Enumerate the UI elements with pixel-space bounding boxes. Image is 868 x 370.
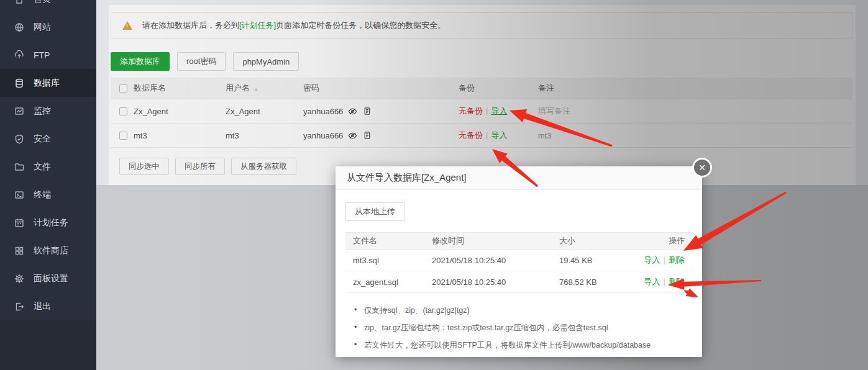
sidebar-item-database[interactable]: 数据库 bbox=[0, 69, 96, 97]
sidebar-item-label: 网站 bbox=[34, 22, 51, 33]
file-delete-link[interactable]: 删除 bbox=[669, 255, 685, 264]
sidebar-item-cron[interactable]: 计划任务 bbox=[0, 209, 96, 237]
sidebar-item-security[interactable]: 安全 bbox=[0, 125, 96, 153]
col-username: 用户名▲ bbox=[226, 83, 303, 94]
sidebar-item-website[interactable]: 网站 bbox=[0, 13, 96, 41]
backup-cell: 无备份|导入 bbox=[459, 130, 538, 141]
cron-page-link[interactable]: [计划任务] bbox=[239, 20, 276, 31]
col-mtime: 修改时间 bbox=[432, 235, 559, 246]
row-checkbox[interactable] bbox=[119, 107, 127, 115]
modal-body: 从本地上传 文件名 修改时间 大小 操作 mt3.sql 2021/05/18 … bbox=[336, 190, 702, 351]
file-name: zx_agent.sql bbox=[345, 278, 432, 287]
table-row: mt3 mt3 yanhua666 无备份|导入 mt3 bbox=[111, 124, 852, 148]
sidebar-item-terminal[interactable]: 终端 bbox=[0, 181, 96, 209]
note-line: 仅支持sql、zip、(tar.gz|gz|tgz) bbox=[354, 305, 692, 316]
note-placeholder[interactable]: 填写备注 bbox=[538, 106, 852, 117]
sidebar-lower-area bbox=[0, 320, 96, 370]
note-line: 若文件过大，您还可以使用SFTP工具，将数据库文件上传到/www/backup/… bbox=[354, 340, 692, 351]
sidebar-item-logout[interactable]: 退出 bbox=[0, 292, 96, 320]
upload-local-button[interactable]: 从本地上传 bbox=[345, 202, 404, 221]
add-database-button[interactable]: 添加数据库 bbox=[111, 52, 170, 71]
warning-icon bbox=[122, 21, 132, 30]
db-name: mt3 bbox=[134, 131, 226, 140]
table-header-row: 数据库名 用户名▲ 密码 备份 备注 bbox=[111, 78, 852, 99]
backup-warning-banner: 请在添加数据库后，务必到[计划任务]页面添加定时备份任务，以确保您的数据安全。 bbox=[111, 12, 852, 38]
file-row: zx_agent.sql 2021/05/18 10:25:40 768.52 … bbox=[345, 271, 692, 293]
copy-icon[interactable] bbox=[362, 131, 372, 140]
eye-icon[interactable] bbox=[348, 131, 357, 140]
import-notes: 仅支持sql、zip、(tar.gz|gz|tgz) zip、tar.gz压缩包… bbox=[354, 305, 692, 351]
close-icon[interactable]: ✕ bbox=[692, 158, 712, 178]
sidebar-item-label: 监控 bbox=[34, 106, 51, 117]
store-icon bbox=[14, 245, 24, 256]
logout-icon bbox=[14, 301, 24, 312]
select-all-checkbox[interactable] bbox=[119, 84, 127, 92]
file-size: 19.45 KB bbox=[559, 256, 628, 265]
fetch-from-server-button[interactable]: 从服务器获取 bbox=[231, 158, 296, 175]
db-password: yanhua666 bbox=[303, 107, 343, 116]
sidebar-item-label: 首页 bbox=[34, 0, 51, 5]
globe-icon bbox=[14, 22, 24, 32]
database-panel: 请在添加数据库后，务必到[计划任务]页面添加定时备份任务，以确保您的数据安全。 … bbox=[109, 5, 856, 185]
sidebar-item-label: FTP bbox=[34, 50, 50, 60]
sidebar-item-label: 退出 bbox=[34, 301, 51, 312]
modal-title: 从文件导入数据库[Zx_Agent] bbox=[347, 172, 467, 184]
file-mtime: 2021/05/18 10:25:40 bbox=[432, 278, 559, 287]
col-ops: 操作 bbox=[628, 235, 692, 246]
note-value[interactable]: mt3 bbox=[538, 131, 852, 140]
row-checkbox[interactable] bbox=[119, 132, 127, 140]
ftp-icon bbox=[14, 50, 24, 60]
db-user: Zx_Agent bbox=[226, 107, 303, 116]
modal-header: 从文件导入数据库[Zx_Agent] bbox=[336, 166, 702, 190]
sidebar-item-monitor[interactable]: 监控 bbox=[0, 97, 96, 125]
sort-caret-icon[interactable]: ▲ bbox=[254, 86, 258, 92]
warning-text-after: 页面添加定时备份任务，以确保您的数据安全。 bbox=[276, 20, 445, 31]
monitor-icon bbox=[14, 106, 24, 116]
file-row: mt3.sql 2021/05/18 10:25:40 19.45 KB 导入|… bbox=[345, 250, 692, 271]
file-name: mt3.sql bbox=[345, 256, 432, 265]
sidebar-item-label: 软件商店 bbox=[34, 245, 68, 256]
database-table: 数据库名 用户名▲ 密码 备份 备注 Zx_Agent Zx_Agent yan… bbox=[111, 78, 852, 148]
note-line: zip、tar.gz压缩包结构：test.zip或test.tar.gz压缩包内… bbox=[354, 323, 692, 333]
file-import-link[interactable]: 导入 bbox=[644, 255, 660, 264]
file-import-link[interactable]: 导入 bbox=[644, 277, 660, 286]
sidebar-item-home[interactable]: 首页 bbox=[0, 0, 96, 13]
sync-actions: 同步选中 同步所有 从服务器获取 bbox=[119, 158, 296, 175]
import-database-modal: 从文件导入数据库[Zx_Agent] ✕ 从本地上传 文件名 修改时间 大小 操… bbox=[336, 166, 702, 357]
gear-icon bbox=[14, 273, 24, 284]
no-backup-status: 无备份 bbox=[459, 106, 483, 115]
shield-icon bbox=[14, 133, 24, 144]
sidebar-item-label: 面板设置 bbox=[34, 273, 68, 284]
sidebar-item-settings[interactable]: 面板设置 bbox=[0, 264, 96, 292]
col-backup: 备份 bbox=[459, 83, 538, 94]
folder-icon bbox=[14, 161, 24, 172]
col-filename: 文件名 bbox=[345, 235, 432, 246]
import-link[interactable]: 导入 bbox=[491, 106, 507, 115]
file-delete-link[interactable]: 删除 bbox=[669, 277, 685, 286]
phpmyadmin-button[interactable]: phpMyAdmin bbox=[233, 52, 299, 71]
sidebar-item-files[interactable]: 文件 bbox=[0, 153, 96, 181]
db-password: yanhua666 bbox=[303, 131, 343, 140]
sidebar-item-label: 安全 bbox=[34, 133, 51, 145]
copy-icon[interactable] bbox=[362, 107, 372, 116]
file-ops: 导入|删除 bbox=[628, 255, 692, 266]
import-link[interactable]: 导入 bbox=[491, 130, 507, 140]
sync-all-button[interactable]: 同步所有 bbox=[175, 158, 225, 175]
sidebar-item-appstore[interactable]: 软件商店 bbox=[0, 237, 96, 264]
col-size: 大小 bbox=[559, 235, 628, 246]
eye-icon[interactable] bbox=[348, 107, 357, 116]
root-password-button[interactable]: root密码 bbox=[177, 52, 226, 71]
sidebar-item-label: 文件 bbox=[34, 161, 51, 173]
backup-cell: 无备份|导入 bbox=[459, 106, 538, 117]
sidebar-item-label: 终端 bbox=[34, 189, 51, 201]
table-row: Zx_Agent Zx_Agent yanhua666 无备份|导入 填写备注 bbox=[111, 99, 852, 124]
home-icon bbox=[14, 0, 24, 4]
file-ops: 导入|删除 bbox=[628, 276, 692, 287]
db-toolbar: 添加数据库 root密码 phpMyAdmin bbox=[111, 52, 299, 71]
sync-selected-button[interactable]: 同步选中 bbox=[119, 158, 169, 175]
sidebar-item-ftp[interactable]: FTP bbox=[0, 41, 96, 69]
file-mtime: 2021/05/18 10:25:40 bbox=[432, 256, 559, 265]
file-size: 768.52 KB bbox=[559, 278, 628, 287]
calendar-icon bbox=[14, 217, 24, 228]
file-table-header: 文件名 修改时间 大小 操作 bbox=[345, 232, 692, 250]
